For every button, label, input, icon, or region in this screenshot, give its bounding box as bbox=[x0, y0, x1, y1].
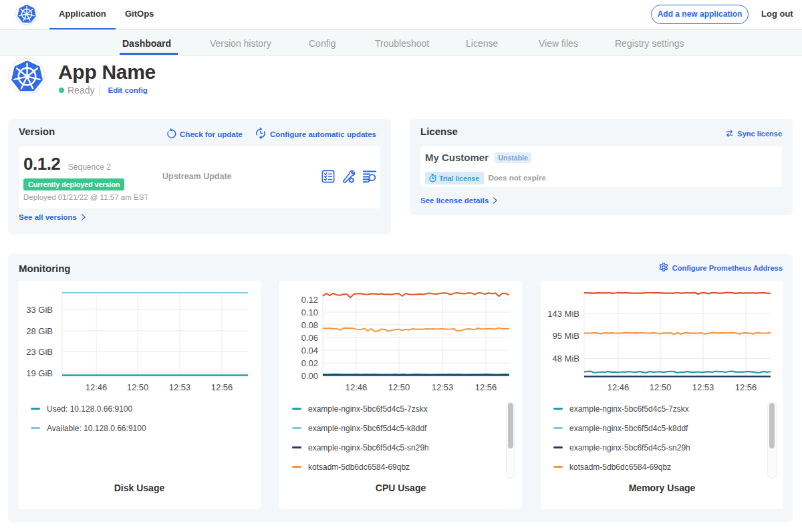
svg-text:0.08: 0.08 bbox=[301, 320, 318, 330]
svg-text:48 MiB: 48 MiB bbox=[553, 354, 579, 364]
svg-text:0.02: 0.02 bbox=[301, 358, 318, 368]
svg-text:12:53: 12:53 bbox=[692, 382, 714, 392]
svg-text:12:56: 12:56 bbox=[475, 382, 497, 392]
svg-text:143 MiB: 143 MiB bbox=[547, 309, 579, 319]
svg-text:0.10: 0.10 bbox=[301, 307, 318, 317]
svg-text:0.06: 0.06 bbox=[301, 333, 318, 343]
svg-text:12:56: 12:56 bbox=[735, 382, 757, 392]
svg-text:0.00: 0.00 bbox=[301, 371, 318, 381]
svg-text:12:46: 12:46 bbox=[86, 382, 108, 392]
svg-text:12:46: 12:46 bbox=[346, 382, 368, 392]
svg-text:12:50: 12:50 bbox=[127, 382, 149, 392]
svg-text:28 GiB: 28 GiB bbox=[26, 326, 53, 336]
svg-text:0.04: 0.04 bbox=[301, 346, 318, 356]
svg-text:12:56: 12:56 bbox=[211, 382, 233, 392]
svg-text:23 GiB: 23 GiB bbox=[26, 347, 53, 357]
svg-text:33 GiB: 33 GiB bbox=[26, 305, 53, 315]
svg-text:19 GiB: 19 GiB bbox=[26, 368, 53, 378]
svg-text:12:50: 12:50 bbox=[650, 382, 672, 392]
svg-text:12:53: 12:53 bbox=[432, 382, 454, 392]
svg-text:12:53: 12:53 bbox=[169, 382, 191, 392]
svg-text:12:46: 12:46 bbox=[608, 382, 630, 392]
svg-text:95 MiB: 95 MiB bbox=[553, 331, 579, 341]
svg-text:12:50: 12:50 bbox=[388, 382, 410, 392]
svg-text:0.12: 0.12 bbox=[301, 295, 318, 305]
